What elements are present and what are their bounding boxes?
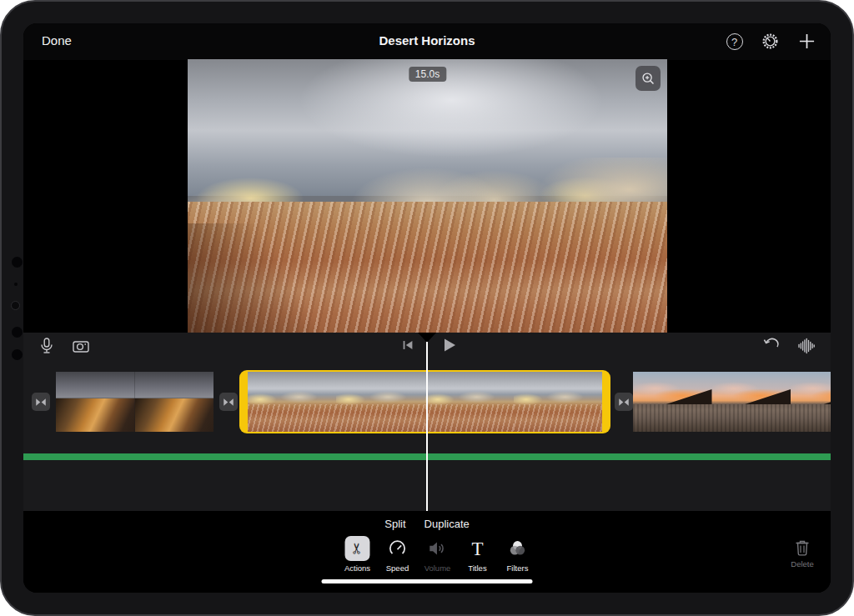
waveform-icon [796,336,816,356]
bottom-panel: Split Duplicate ✂ Actions Speed [23,511,831,593]
skip-back-icon [400,338,415,353]
clip-toolbar: ✂ Actions Speed [344,536,532,573]
camera-ring [11,301,20,310]
clip-thumbnail [425,372,514,432]
toolbar-label: Titles [468,563,486,573]
clip-white-pocket-selected[interactable] [239,370,610,433]
video-preview[interactable]: 15.0s [188,59,667,333]
tab-filters[interactable]: Filters [504,536,532,573]
sensor-dot [14,283,18,286]
selected-clip-thumbnails [248,372,602,432]
transition-button-2[interactable] [219,393,238,411]
transition-icon [222,397,235,408]
imovie-screen: Done Desert Horizons ? [23,23,831,593]
speedometer-icon [387,538,409,559]
plus-icon [798,33,816,50]
delete-label: Delete [791,559,813,568]
clip-thumbnail [514,372,602,432]
preview-shadow [188,223,332,333]
transition-button-1[interactable] [32,393,50,411]
stage: Done Desert Horizons ? [0,0,854,616]
undo-arrow-icon [761,336,781,356]
clip-thumbnail [712,372,791,432]
tab-volume[interactable]: Volume [424,536,452,573]
sensor-large-2 [12,349,23,360]
gear-icon [761,32,780,51]
camera-icon [71,336,91,356]
toolbar-label: Volume [424,563,451,573]
trim-handle-left[interactable] [239,372,248,432]
help-button[interactable]: ? [725,32,744,51]
clip-thumbnail [248,372,336,432]
tab-speed[interactable]: Speed [384,536,412,573]
toolbar-label: Speed [386,563,409,573]
top-navigation-bar: Done Desert Horizons ? [23,23,831,60]
transition-button-3[interactable] [615,393,633,411]
clip-thumbnail [135,372,214,432]
add-media-button[interactable] [797,32,816,51]
playhead-line[interactable] [426,342,428,511]
trim-handle-right[interactable] [602,372,610,432]
play-icon [439,335,459,355]
clip-edit-menu: Split Duplicate [23,518,831,530]
sensor-large [12,327,23,338]
toolbar-label: Filters [507,563,529,573]
toolbar-label: Actions [344,563,370,573]
project-settings-button[interactable] [761,32,780,51]
front-camera [12,257,23,268]
clip-thumbnail [336,372,424,432]
clip-dark-ridge[interactable] [56,372,214,432]
split-button[interactable]: Split [384,518,405,530]
transition-icon [34,397,48,408]
trash-icon [792,538,812,558]
clip-thumbnail [56,372,135,432]
overlapping-circles-icon [507,538,529,559]
duplicate-button[interactable]: Duplicate [424,518,470,530]
tab-titles[interactable]: T Titles [464,536,492,573]
scissors-icon: ✂ [350,542,365,554]
clip-sunset[interactable] [633,372,831,432]
record-video-button[interactable] [71,336,91,356]
letter-t-icon: T [471,539,483,558]
record-voiceover-button[interactable] [37,336,57,356]
clip-thumbnail [791,372,831,432]
duration-badge: 15.0s [409,67,446,82]
timeline-section [23,333,831,511]
clip-thumbnail [633,372,712,432]
tab-actions[interactable]: ✂ Actions [344,536,372,573]
audio-waveform-button[interactable] [796,336,816,356]
undo-button[interactable] [761,336,781,356]
project-title: Desert Horizons [23,33,831,48]
play-button[interactable] [439,335,459,355]
preview-zoom-button[interactable] [635,66,661,91]
question-mark-icon: ? [726,33,743,50]
transition-icon [617,397,630,408]
delete-button[interactable]: Delete [784,538,821,568]
speaker-icon [427,538,449,559]
home-indicator[interactable] [322,579,533,583]
skip-to-start-button[interactable] [400,338,415,353]
magnifier-plus-icon [640,71,656,86]
microphone-icon [37,336,57,356]
